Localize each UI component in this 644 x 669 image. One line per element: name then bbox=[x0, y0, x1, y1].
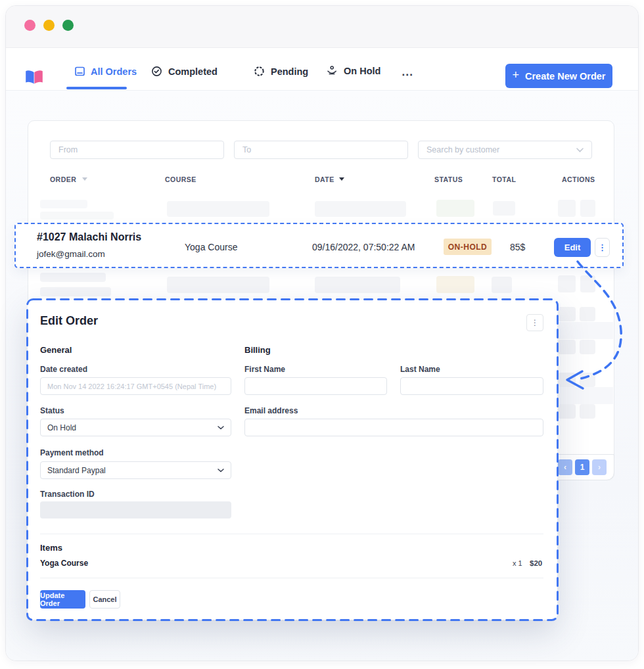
minimize-window-dot[interactable] bbox=[43, 20, 55, 31]
date-created-input[interactable] bbox=[40, 377, 231, 395]
screenshot-stage: All Orders Completed Pending bbox=[0, 0, 644, 669]
row-kebab-menu-icon[interactable]: ⋮ bbox=[595, 238, 610, 257]
chevron-down-icon bbox=[218, 469, 224, 473]
pagination-page-1-button[interactable]: 1 bbox=[575, 459, 589, 475]
close-window-dot[interactable] bbox=[24, 20, 35, 31]
order-total: 85$ bbox=[510, 242, 525, 252]
maximize-window-dot[interactable] bbox=[62, 20, 74, 31]
col-header-total[interactable]: TOTAL bbox=[492, 175, 516, 183]
tab-pending[interactable]: Pending bbox=[254, 66, 308, 77]
pagination-bar: ‹ 1 › bbox=[555, 454, 614, 480]
status-select-value: On Hold bbox=[47, 423, 76, 432]
payment-method-label: Payment method bbox=[40, 448, 104, 457]
status-select[interactable]: On Hold bbox=[40, 419, 231, 436]
payment-method-value: Standard Paypal bbox=[47, 466, 106, 475]
pending-spinner-icon bbox=[254, 66, 265, 77]
item-name: Yoga Course bbox=[40, 559, 88, 568]
modal-dashed-border bbox=[26, 298, 559, 622]
items-heading: Items bbox=[40, 543, 62, 553]
order-email: jofek@gmail.com bbox=[37, 249, 105, 259]
order-date: 09/16/2022, 07:50:22 AM bbox=[312, 242, 415, 252]
order-course: Yoga Course bbox=[185, 242, 237, 252]
items-bottom-divider bbox=[40, 578, 543, 578]
status-badge: ON-HOLD bbox=[444, 239, 492, 255]
skeleton-band bbox=[557, 322, 613, 339]
plus-icon: + bbox=[512, 68, 519, 82]
create-new-order-button[interactable]: + Create New Order bbox=[505, 64, 612, 88]
status-label: Status bbox=[40, 406, 64, 415]
chevron-down-icon bbox=[218, 426, 224, 430]
tab-completed[interactable]: Completed bbox=[151, 66, 218, 77]
tab-completed-label: Completed bbox=[168, 66, 218, 77]
transaction-id-input bbox=[40, 501, 231, 519]
update-order-button[interactable]: Update Order bbox=[40, 590, 85, 609]
window-titlebar bbox=[6, 6, 638, 48]
email-address-label: Email address bbox=[244, 406, 298, 415]
col-header-status[interactable]: STATUS bbox=[434, 175, 463, 183]
last-name-label: Last Name bbox=[400, 365, 440, 374]
create-new-order-label: Create New Order bbox=[525, 71, 606, 81]
cancel-button[interactable]: Cancel bbox=[89, 590, 120, 609]
col-header-order[interactable]: ORDER bbox=[50, 175, 76, 183]
check-circle-icon bbox=[151, 66, 162, 77]
tab-all-orders[interactable]: All Orders bbox=[74, 66, 137, 77]
skeleton-band bbox=[557, 387, 613, 404]
col-header-date[interactable]: DATE bbox=[315, 175, 334, 183]
billing-section-heading: Billing bbox=[244, 345, 271, 355]
skeleton-row bbox=[28, 270, 614, 300]
date-from-input[interactable] bbox=[50, 141, 224, 159]
col-header-actions[interactable]: ACTIONS bbox=[562, 175, 595, 183]
sort-icon-date[interactable] bbox=[339, 177, 344, 181]
tab-pending-label: Pending bbox=[271, 66, 308, 77]
col-header-course[interactable]: COURSE bbox=[165, 175, 196, 183]
more-tabs-ellipsis-icon[interactable]: ⋯ bbox=[402, 68, 413, 81]
modal-title: Edit Order bbox=[40, 314, 98, 328]
search-customer-placeholder: Search by customer bbox=[426, 145, 499, 154]
tab-on-hold-label: On Hold bbox=[344, 66, 380, 76]
general-section-heading: General bbox=[40, 345, 72, 355]
transaction-id-label: Transaction ID bbox=[40, 490, 95, 499]
item-price: $20 bbox=[530, 559, 542, 567]
app-logo-book-icon bbox=[24, 69, 44, 86]
modal-kebab-menu-icon[interactable]: ⋮ bbox=[526, 314, 543, 331]
search-customer-select[interactable]: Search by customer bbox=[418, 141, 592, 159]
pagination-next-button[interactable]: › bbox=[592, 459, 607, 475]
last-name-input[interactable] bbox=[400, 377, 543, 395]
first-name-input[interactable] bbox=[244, 377, 387, 395]
hand-hold-icon bbox=[326, 65, 338, 77]
item-quantity: x 1 bbox=[513, 559, 522, 567]
date-created-label: Date created bbox=[40, 365, 87, 374]
payment-method-select[interactable]: Standard Paypal bbox=[40, 461, 231, 479]
sort-icon-order[interactable] bbox=[82, 177, 87, 181]
edit-order-button[interactable]: Edit bbox=[554, 238, 591, 257]
active-tab-underline bbox=[66, 87, 127, 89]
highlighted-order-row[interactable]: #1027 Malachi Norris jofek@gmail.com Yog… bbox=[14, 223, 624, 268]
tab-all-orders-label: All Orders bbox=[91, 66, 137, 77]
date-to-input[interactable] bbox=[234, 141, 408, 159]
first-name-label: First Name bbox=[244, 365, 285, 374]
skeleton-row bbox=[28, 195, 614, 224]
order-id-customer: #1027 Malachi Norris bbox=[37, 231, 141, 243]
email-address-input[interactable] bbox=[244, 419, 543, 436]
top-navbar: All Orders Completed Pending bbox=[6, 48, 638, 91]
items-top-divider bbox=[40, 534, 543, 534]
pagination-prev-button[interactable]: ‹ bbox=[558, 459, 572, 475]
tab-on-hold[interactable]: On Hold bbox=[326, 65, 380, 77]
chevron-down-icon bbox=[576, 148, 584, 152]
orders-icon bbox=[74, 66, 85, 77]
edit-order-modal: Edit Order ⋮ General Billing Date create… bbox=[28, 300, 557, 620]
